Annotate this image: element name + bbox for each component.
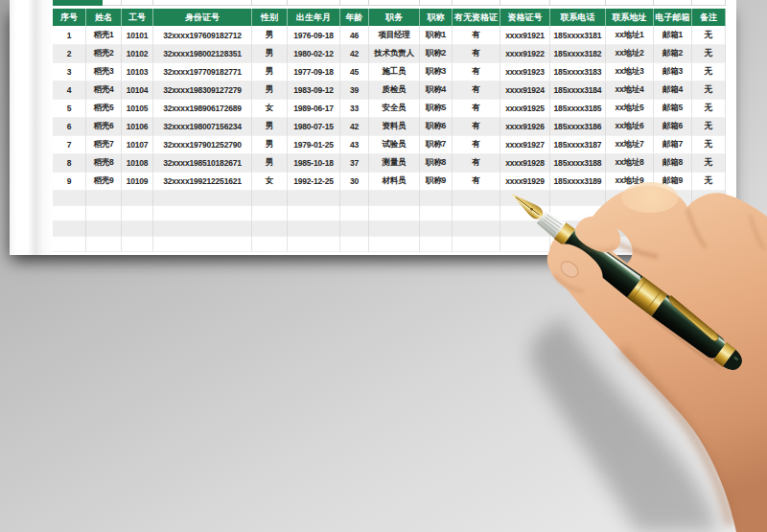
table-cell[interactable]: 邮箱5 — [654, 100, 692, 118]
table-cell[interactable]: 10105 — [122, 100, 153, 118]
empty-table-cell[interactable] — [500, 237, 550, 252]
table-cell[interactable]: 32xxxx198007156234 — [153, 118, 252, 136]
empty-table-cell[interactable] — [369, 237, 420, 252]
table-cell[interactable]: 男 — [252, 118, 288, 136]
sliver-cell[interactable] — [606, 0, 654, 6]
table-cell[interactable]: 无 — [692, 173, 726, 191]
table-cell[interactable]: 10106 — [122, 118, 153, 136]
table-cell[interactable]: 无 — [692, 118, 726, 136]
empty-table-cell[interactable] — [86, 221, 122, 237]
empty-table-cell[interactable] — [369, 206, 420, 221]
table-cell[interactable]: 职称1 — [420, 27, 453, 45]
column-header[interactable]: 联系电话 — [550, 9, 606, 27]
table-cell[interactable]: 10108 — [122, 154, 153, 173]
table-cell[interactable]: 有 — [453, 154, 500, 173]
table-cell[interactable]: 3 — [53, 63, 86, 81]
empty-table-cell[interactable] — [122, 237, 153, 252]
table-cell[interactable]: 男 — [252, 81, 288, 100]
column-header[interactable]: 年龄 — [340, 9, 369, 27]
empty-table-cell[interactable] — [122, 206, 153, 221]
table-cell[interactable]: 邮箱9 — [654, 173, 692, 191]
table-cell[interactable]: 2 — [53, 45, 86, 63]
sliver-cell[interactable] — [654, 0, 692, 6]
table-cell[interactable]: 33 — [340, 100, 369, 118]
column-header[interactable]: 职务 — [369, 9, 420, 27]
table-cell[interactable]: 男 — [252, 154, 288, 173]
empty-table-cell[interactable] — [340, 221, 369, 237]
table-cell[interactable]: 42 — [340, 45, 369, 63]
empty-table-cell[interactable] — [500, 191, 550, 206]
empty-table-cell[interactable] — [606, 206, 654, 221]
table-cell[interactable]: 185xxxx3185 — [550, 100, 606, 118]
table-cell[interactable]: xxxx91924 — [500, 81, 550, 100]
empty-table-cell[interactable] — [53, 237, 86, 252]
table-cell[interactable]: 职称6 — [420, 118, 453, 136]
table-cell[interactable]: 邮箱2 — [654, 45, 692, 63]
table-cell[interactable]: 有 — [453, 136, 500, 154]
table-cell[interactable]: 1976-09-18 — [288, 27, 340, 45]
table-cell[interactable]: 无 — [692, 45, 726, 63]
empty-table-cell[interactable] — [369, 221, 420, 237]
empty-table-cell[interactable] — [453, 237, 500, 252]
table-cell[interactable]: 9 — [53, 173, 86, 191]
sliver-cell[interactable] — [550, 0, 606, 6]
table-cell[interactable]: 10109 — [122, 173, 153, 191]
table-cell[interactable]: xxxx91922 — [500, 45, 550, 63]
empty-table-cell[interactable] — [453, 206, 500, 221]
column-header[interactable]: 性别 — [252, 9, 288, 27]
empty-table-cell[interactable] — [122, 191, 153, 206]
table-cell[interactable]: xx地址7 — [606, 136, 654, 154]
table-cell[interactable]: 无 — [692, 154, 726, 173]
empty-table-cell[interactable] — [692, 191, 726, 206]
table-cell[interactable]: 稻壳8 — [86, 154, 122, 173]
empty-table-cell[interactable] — [252, 206, 288, 221]
table-cell[interactable]: xxxx91925 — [500, 100, 550, 118]
empty-table-cell[interactable] — [654, 221, 692, 237]
empty-table-cell[interactable] — [153, 237, 252, 252]
table-cell[interactable]: 有 — [453, 100, 500, 118]
table-cell[interactable]: 邮箱1 — [654, 27, 692, 45]
table-cell[interactable]: 1 — [53, 27, 86, 45]
empty-table-cell[interactable] — [340, 191, 369, 206]
column-header[interactable]: 工号 — [122, 9, 153, 27]
table-cell[interactable]: 安全员 — [369, 100, 420, 118]
empty-table-cell[interactable] — [369, 191, 420, 206]
column-header[interactable]: 有无资格证 — [453, 9, 500, 27]
table-cell[interactable]: 10101 — [122, 27, 153, 45]
table-cell[interactable]: 无 — [692, 100, 726, 118]
table-cell[interactable]: 材料员 — [369, 173, 420, 191]
table-cell[interactable]: 稻壳5 — [86, 100, 122, 118]
table-cell[interactable]: 43 — [340, 136, 369, 154]
table-cell[interactable]: 1989-06-17 — [288, 100, 340, 118]
table-cell[interactable]: xx地址2 — [606, 45, 654, 63]
column-header[interactable]: 出生年月 — [288, 9, 340, 27]
table-cell[interactable]: 测量员 — [369, 154, 420, 173]
table-cell[interactable]: 职称7 — [420, 136, 453, 154]
table-cell[interactable]: 1985-10-18 — [288, 154, 340, 173]
table-cell[interactable]: 1983-09-12 — [288, 81, 340, 100]
empty-table-cell[interactable] — [654, 206, 692, 221]
table-cell[interactable]: 32xxxx197609182712 — [153, 27, 252, 45]
empty-table-cell[interactable] — [500, 206, 550, 221]
empty-table-cell[interactable] — [153, 191, 252, 206]
empty-table-cell[interactable] — [692, 221, 726, 237]
table-cell[interactable]: 有 — [453, 63, 500, 81]
empty-table-cell[interactable] — [288, 221, 340, 237]
table-cell[interactable]: 1980-02-12 — [288, 45, 340, 63]
empty-table-cell[interactable] — [86, 237, 122, 252]
table-cell[interactable]: 185xxxx3181 — [550, 27, 606, 45]
table-cell[interactable]: xx地址8 — [606, 154, 654, 173]
table-cell[interactable]: xx地址9 — [606, 173, 654, 191]
table-cell[interactable]: 7 — [53, 136, 86, 154]
empty-table-cell[interactable] — [453, 221, 500, 237]
table-cell[interactable]: 32xxxx198906172689 — [153, 100, 252, 118]
table-cell[interactable]: 32xxxx198002128351 — [153, 45, 252, 63]
table-cell[interactable]: 有 — [453, 118, 500, 136]
table-cell[interactable]: 185xxxx3183 — [550, 63, 606, 81]
table-cell[interactable]: xxxx91928 — [500, 154, 550, 173]
table-cell[interactable]: 质检员 — [369, 81, 420, 100]
table-cell[interactable]: xx地址1 — [606, 27, 654, 45]
table-cell[interactable]: 10104 — [122, 81, 153, 100]
sliver-cell[interactable] — [369, 0, 420, 6]
table-cell[interactable]: 有 — [453, 45, 500, 63]
